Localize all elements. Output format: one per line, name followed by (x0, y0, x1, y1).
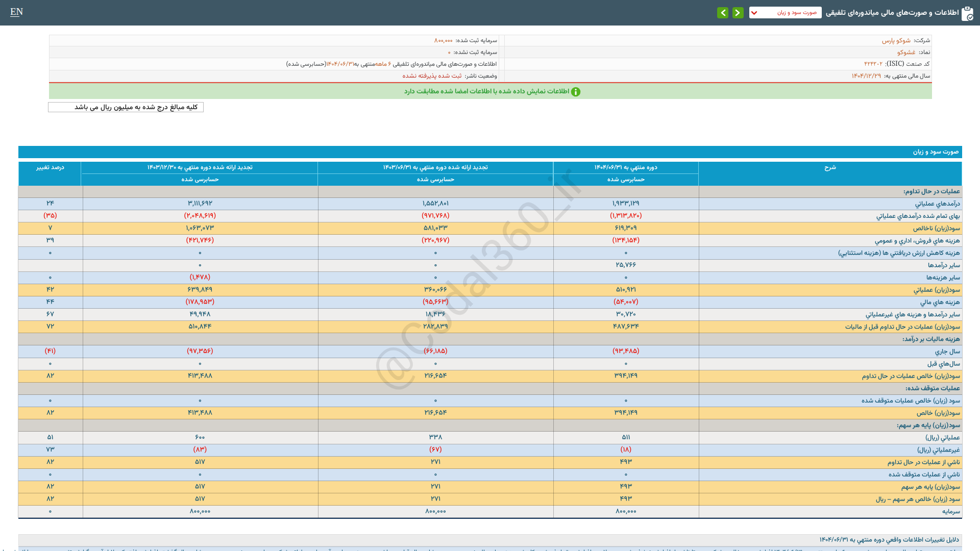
svg-text:EN: EN (10, 6, 23, 17)
